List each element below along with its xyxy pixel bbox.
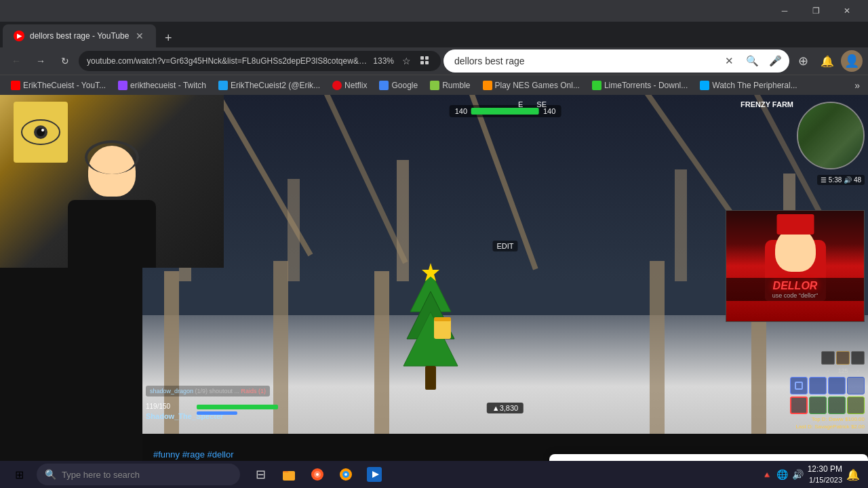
firefox-button[interactable] — [332, 462, 359, 487]
close-button[interactable]: ✕ — [831, 0, 863, 22]
clock[interactable]: 12:30 PM 1/15/2023 — [808, 464, 842, 485]
bookmark-favicon-2 — [118, 81, 127, 90]
streamer-cam-overlay: DELLOR use code "dellor" — [726, 210, 865, 322]
bookmark-label-6: Rumble — [442, 81, 470, 90]
svg-rect-16 — [283, 471, 295, 481]
bookmark-favicon-4 — [332, 81, 342, 90]
tags-text: #funny #rage #dellor — [153, 449, 234, 460]
bookmark-label-4: Netflix — [344, 81, 367, 90]
bookmark-5[interactable]: Google — [374, 79, 423, 92]
tab-close-button[interactable]: ✕ — [134, 29, 145, 43]
streamer-cam-name: DELLOR — [726, 280, 864, 292]
back-button[interactable]: ← — [5, 50, 27, 72]
notifications-button[interactable]: 🔔 — [816, 50, 838, 72]
taskbar-search-bar[interactable]: 🔍 Type here to search — [37, 464, 240, 485]
bookmark-7[interactable]: Play NES Games Onl... — [477, 79, 585, 92]
media-player-button[interactable] — [361, 462, 388, 487]
add-video-button[interactable]: ⊕ — [792, 50, 814, 72]
video-player[interactable]: 140 140 E SE FRENZY FARM EDIT — [142, 95, 868, 434]
taskbar-search-placeholder: Type here to search — [62, 470, 140, 480]
taskbar-search-icon: 🔍 — [45, 469, 56, 480]
bookmark-favicon-5 — [379, 81, 389, 90]
bookmark-favicon-7 — [483, 81, 492, 90]
tab-title: dellors best rage - YouTube — [30, 31, 129, 41]
star-icon[interactable]: ☆ — [399, 56, 414, 66]
address-text: youtube.com/watch?v=Gr63g45HNck&list=FL8… — [87, 56, 368, 66]
address-bar[interactable]: youtube.com/watch?v=Gr63g45HNck&list=FL8… — [79, 51, 441, 71]
bookmark-4[interactable]: Netflix — [327, 79, 372, 92]
notifications-icon[interactable]: 🔔 — [846, 468, 860, 481]
task-view-button[interactable]: ⊟ — [247, 462, 274, 487]
svg-rect-0 — [420, 56, 424, 60]
zoom-level: 133% — [368, 56, 399, 66]
svg-point-22 — [344, 473, 347, 476]
mic-icon[interactable]: 🎤 — [765, 51, 785, 71]
bookmark-label-2: erikthecueist - Twitch — [130, 81, 206, 90]
svg-rect-13 — [434, 319, 451, 339]
bookmark-9[interactable]: Watch The Peripheral... — [694, 79, 802, 92]
bookmark-favicon-6 — [430, 81, 439, 90]
taskbar: ⊞ 🔍 Type here to search ⊟ — [0, 461, 868, 488]
bookmark-label-7: Play NES Games Onl... — [495, 81, 580, 90]
bookmarks-bar: ErikTheCueist - YouT... erikthecueist - … — [0, 75, 868, 95]
tree-character — [397, 258, 465, 393]
svg-rect-14 — [434, 317, 451, 321]
streamer-cam-sub: use code "dellor" — [726, 292, 864, 299]
tab-bar: ▶ dellors best rage - YouTube ✕ + — [0, 22, 868, 47]
search-actions: ✕ 🔍 🎤 — [719, 49, 789, 73]
extensions-icon[interactable] — [416, 55, 433, 68]
bookmark-8[interactable]: LimeTorrents - Downl... — [587, 79, 693, 92]
svg-point-19 — [316, 473, 319, 476]
profile-avatar[interactable]: 👤 — [841, 50, 863, 72]
bookmark-label-1: ErikTheCueist - YouT... — [23, 81, 106, 90]
active-tab[interactable]: ▶ dellors best rage - YouTube ✕ — [3, 24, 156, 47]
start-button[interactable]: ⊞ — [3, 462, 35, 487]
bookmark-6[interactable]: Rumble — [425, 79, 475, 92]
minimize-button[interactable]: ─ — [769, 0, 800, 22]
bookmark-label-5: Google — [391, 81, 418, 90]
svg-point-7 — [41, 129, 44, 131]
webcam-feed — [0, 95, 224, 268]
bookmark-1[interactable]: ErikTheCueist - YouT... — [5, 79, 111, 92]
bookmark-favicon-9 — [700, 81, 709, 90]
nav-bar: ← → ↻ youtube.com/watch?v=Gr63g45HNck&li… — [0, 47, 868, 75]
bookmark-favicon-8 — [592, 81, 601, 90]
bookmark-label-8: LimeTorrents - Downl... — [604, 81, 688, 90]
refresh-button[interactable]: ↻ — [54, 50, 76, 72]
new-tab-button[interactable]: + — [159, 28, 178, 47]
svg-rect-1 — [425, 56, 429, 60]
browser-chrome: ─ ❐ ✕ ▶ dellors best rage - YouTube ✕ + … — [0, 0, 868, 95]
nav-icon-group: ☆ — [399, 55, 433, 68]
system-tray: 🔺 🌐 🔊 12:30 PM 1/15/2023 🔔 — [762, 464, 865, 485]
svg-rect-2 — [420, 61, 424, 64]
bookmark-2[interactable]: erikthecueist - Twitch — [113, 79, 212, 92]
browser-button[interactable] — [304, 462, 331, 487]
volume-icon[interactable]: 🔊 — [792, 469, 804, 480]
main-content: 140 140 E SE FRENZY FARM EDIT — [0, 95, 868, 488]
bookmark-favicon-1 — [11, 81, 20, 90]
bookmark-3[interactable]: ErikTheCueist2 (@Erik... — [213, 79, 326, 92]
bookmark-favicon-3 — [218, 81, 228, 90]
svg-rect-11 — [425, 366, 436, 390]
network-icon[interactable]: 🌐 — [776, 469, 788, 480]
bookmark-label-9: Watch The Peripheral... — [712, 81, 797, 90]
video-frame: 140 140 E SE FRENZY FARM EDIT — [142, 95, 868, 434]
tray-icon-1[interactable]: 🔺 — [762, 470, 772, 480]
forward-button[interactable]: → — [30, 50, 52, 72]
title-bar: ─ ❐ ✕ — [0, 0, 868, 22]
clear-search-button[interactable]: ✕ — [719, 51, 739, 71]
search-bar-wrapper: dellors best rage ✕ 🔍 🎤 — [443, 49, 789, 73]
restore-button[interactable]: ❐ — [800, 0, 831, 22]
file-explorer-button[interactable] — [275, 462, 302, 487]
bookmark-label-3: ErikTheCueist2 (@Erik... — [231, 81, 320, 90]
tab-favicon: ▶ — [14, 30, 24, 41]
more-bookmarks-button[interactable]: » — [852, 79, 863, 92]
taskbar-apps: ⊟ — [247, 462, 388, 487]
search-icon[interactable]: 🔍 — [742, 51, 762, 71]
svg-rect-3 — [425, 61, 429, 64]
